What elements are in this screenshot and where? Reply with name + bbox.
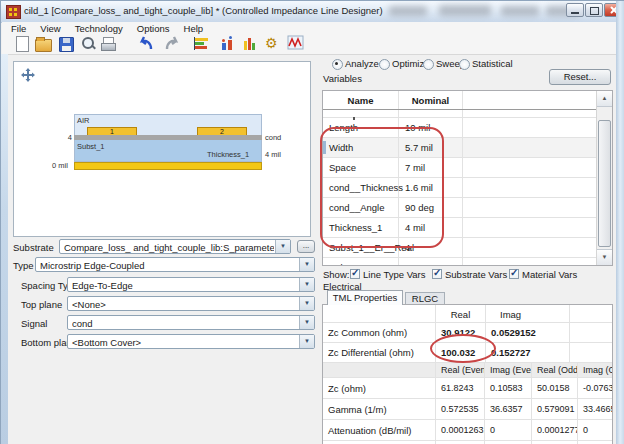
variables-table: Name Nominal Length 10 mil Width 5.7 mil… [322, 90, 613, 266]
substrate-value: Compare_loss_ and_tight_couple_lib:S_par… [64, 242, 274, 253]
var-name: Thickness_1 [323, 218, 399, 237]
cell-value: 0.572535 [436, 399, 485, 419]
substrate-combo[interactable]: Compare_loss_ and_tight_couple_lib:S_par… [59, 239, 291, 254]
scroll-down-icon[interactable]: ▼ [597, 249, 612, 265]
variables-scrollbar[interactable]: ▲ ▼ [596, 91, 612, 265]
undo-icon[interactable] [138, 35, 156, 52]
chevron-down-icon[interactable]: ▼ [275, 240, 290, 253]
column-chart-icon[interactable] [242, 35, 260, 52]
left-window-edge [1, 54, 8, 444]
bottom-cover-layer [74, 162, 262, 170]
gear-icon[interactable]: ⚙ [265, 35, 283, 52]
table-row[interactable]: Gamma (1/m) 0.572535 36.6357 0.579091 33… [323, 399, 612, 420]
cell-value: 0 [485, 420, 532, 440]
sweep-radio[interactable] [423, 59, 434, 70]
table-row[interactable]: Width 5.7 mil [323, 138, 612, 158]
cell-value: 50.0158 [532, 378, 578, 398]
even-odd-header-row: Real (Even) Imag (Even) Real (Odd) Imag … [323, 363, 612, 378]
minimize-button[interactable] [566, 3, 584, 17]
chevron-down-icon[interactable]: ▼ [299, 316, 314, 329]
statistical-radio[interactable] [459, 59, 470, 70]
redacted-blob [501, 6, 539, 16]
table-row[interactable]: Thickness_1 4 mil [323, 218, 612, 238]
stacked-bar-chart-icon[interactable] [194, 35, 212, 52]
spacing-type-value: Edge-To-Edge [72, 280, 298, 291]
dot-bar-chart-icon[interactable] [219, 35, 237, 52]
cross-section-panel[interactable]: AIR 1 2 4 cond Subst_1 Thickness_1 4 mil… [13, 61, 311, 237]
variables-header-row: Name Nominal [323, 91, 612, 110]
zoom-icon[interactable] [80, 35, 98, 52]
spacing-type-combo[interactable]: Edge-To-Edge ▼ [67, 277, 315, 292]
menu-view[interactable]: View [40, 23, 60, 34]
table-row[interactable]: Attenuation (dB/mil) 0.000126314 0 0.000… [323, 420, 612, 441]
waveform-icon[interactable] [287, 35, 305, 52]
var-value: 90 deg [399, 198, 463, 217]
substrate-vars-checkbox[interactable]: ✓ [432, 269, 442, 279]
nominal-column-header[interactable]: Nominal [399, 91, 463, 109]
table-row[interactable]: cond__Angle 90 deg [323, 198, 612, 218]
print-icon[interactable] [100, 35, 118, 52]
top-plane-combo[interactable]: <None> ▼ [67, 296, 315, 311]
chevron-down-icon[interactable]: ▼ [299, 258, 314, 271]
signal-value: cond [72, 318, 298, 329]
partial-row [323, 110, 612, 118]
menu-technology[interactable]: Technology [75, 23, 123, 34]
imag-even-header: Imag (Even) [485, 363, 532, 377]
new-file-icon[interactable] [14, 35, 32, 52]
row-label: Zc Common (ohm) [323, 323, 436, 342]
menu-help[interactable]: Help [184, 23, 204, 34]
var-name: Width [323, 138, 399, 157]
table-row[interactable]: Length 10 mil [323, 118, 612, 138]
var-value: 0.02 [399, 258, 463, 266]
chevron-down-icon[interactable]: ▼ [299, 335, 314, 348]
bottom-plane-combo[interactable]: <Bottom Cover> ▼ [67, 334, 315, 349]
redacted-blob [389, 6, 427, 16]
tab-tml-properties[interactable]: TML Properties [327, 290, 403, 305]
line-type-vars-checkbox[interactable]: ✓ [350, 269, 360, 279]
analyze-radio[interactable] [332, 59, 343, 70]
scroll-up-icon[interactable]: ▲ [597, 91, 612, 107]
chevron-down-icon[interactable]: ▼ [299, 278, 314, 291]
optimize-radio[interactable] [379, 59, 390, 70]
table-row[interactable]: Zc (ohm) 61.8243 0.10583 50.0158 -0.0763… [323, 378, 612, 399]
zero-mil-label: 0 mil [52, 161, 68, 170]
open-folder-icon[interactable] [35, 35, 53, 52]
imag-odd-header: Imag (Odd) [578, 363, 612, 377]
type-combo[interactable]: Microstrip Edge-Coupled ▼ [35, 257, 315, 272]
table-row[interactable]: Subst_1__Er__TanD 0.02 [323, 258, 612, 266]
bottom-plane-value: <Bottom Cover> [72, 337, 298, 348]
chevron-down-icon[interactable]: ▼ [299, 297, 314, 310]
table-row[interactable]: Zc Common (ohm) 30.9122 0.0529152 [323, 323, 612, 343]
variables-label: Variables [323, 73, 362, 84]
row-label: Attenuation (dB/mil) [323, 420, 436, 440]
title-bar[interactable]: cild_1 [Compare_loss_ and_tight_couple_l… [1, 1, 624, 23]
redo-icon[interactable] [163, 35, 181, 52]
scrollbar-thumb[interactable] [598, 120, 611, 247]
real-column-header: Real [436, 305, 486, 322]
maximize-button[interactable] [585, 3, 603, 17]
substrate-vars-label: Substrate Vars [445, 269, 507, 280]
menu-file[interactable]: File [11, 23, 26, 34]
menu-options[interactable]: Options [137, 23, 170, 34]
substrate-more-button[interactable]: ... [297, 240, 315, 253]
maximize-icon [590, 7, 599, 15]
table-row[interactable]: Space 7 mil [323, 158, 612, 178]
cell-value: 0.152727 [486, 343, 570, 362]
var-value: 4 mil [399, 218, 463, 237]
menu-bar: File View Technology Options Help [2, 22, 624, 34]
table-row[interactable]: Subst_1__Er__Real 4 [323, 238, 612, 258]
material-vars-checkbox[interactable]: ✓ [509, 269, 519, 279]
save-icon[interactable] [58, 35, 76, 52]
var-name: cond__Angle [323, 198, 399, 217]
top-plane-label: Top plane [21, 299, 62, 310]
table-row[interactable]: cond__Thickness 1.6 mil [323, 178, 612, 198]
redacted-blob [439, 5, 491, 16]
name-column-header[interactable]: Name [323, 91, 399, 109]
table-row[interactable]: Zc Differential (ohm) 100.032 0.152727 [323, 343, 612, 363]
cell-value: 0.00012776 [532, 420, 578, 440]
reset-button[interactable]: Reset... [549, 69, 611, 85]
tml-header-row: Real Imag [323, 305, 612, 323]
cell-value: 0.579091 [532, 399, 578, 419]
row-label: Zc (ohm) [323, 378, 436, 398]
signal-combo[interactable]: cond ▼ [67, 315, 315, 330]
